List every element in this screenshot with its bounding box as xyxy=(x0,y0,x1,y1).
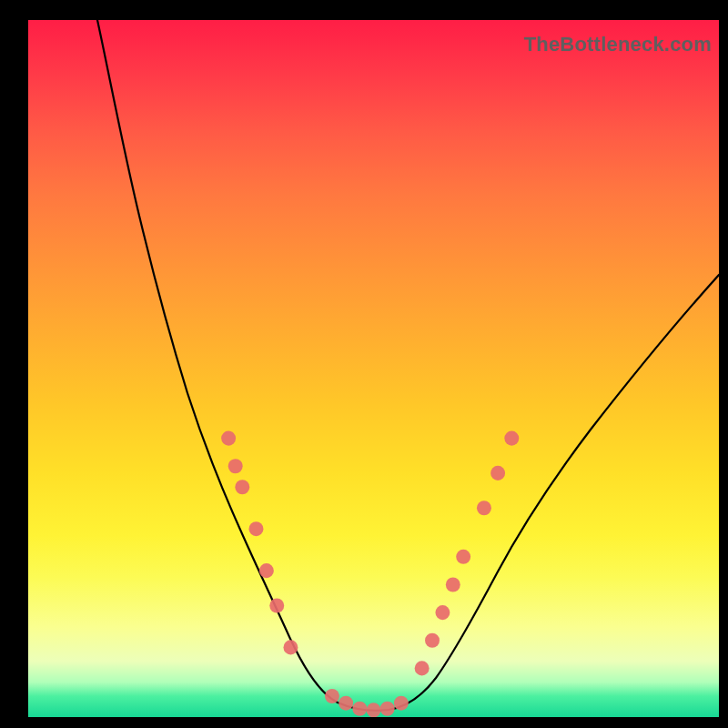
marker-dot xyxy=(477,500,491,515)
marker-dot xyxy=(504,431,519,446)
marker-dot xyxy=(249,521,264,536)
marker-dot xyxy=(425,633,440,648)
marker-dot xyxy=(380,702,395,716)
marker-dot xyxy=(435,605,450,620)
plot-area: TheBottleneck.com xyxy=(28,20,719,717)
marker-dot xyxy=(221,431,236,446)
curve-markers xyxy=(28,20,719,717)
marker-dot xyxy=(259,563,274,578)
marker-dot xyxy=(352,702,367,716)
marker-dot xyxy=(283,640,298,654)
marker-dot xyxy=(269,598,284,612)
markers-bottom xyxy=(325,689,409,717)
marker-dot xyxy=(339,696,353,711)
markers-left xyxy=(221,431,298,655)
marker-dot xyxy=(415,661,430,675)
marker-dot xyxy=(325,689,339,703)
marker-dot xyxy=(446,577,460,592)
marker-dot xyxy=(235,480,249,494)
chart-frame: TheBottleneck.com xyxy=(9,9,719,719)
marker-dot xyxy=(490,466,505,480)
marker-dot xyxy=(367,703,381,717)
marker-dot xyxy=(456,550,470,564)
markers-right xyxy=(415,431,520,676)
marker-dot xyxy=(228,459,243,473)
marker-dot xyxy=(394,696,409,711)
